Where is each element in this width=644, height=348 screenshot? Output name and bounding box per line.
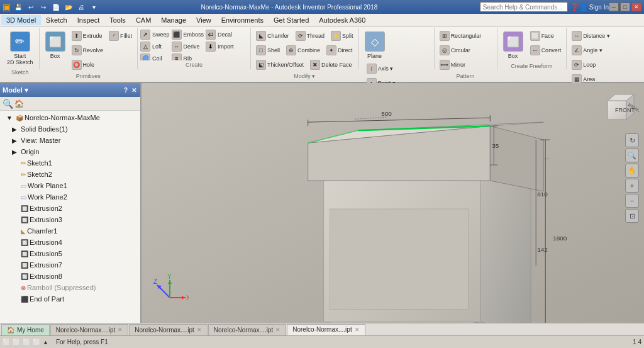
- tab1-close-icon[interactable]: ✕: [118, 327, 123, 333]
- view-cube[interactable]: FRONT RIGHT: [601, 88, 639, 126]
- panel-question-icon[interactable]: ?: [123, 87, 129, 94]
- help-icon[interactable]: ❓: [570, 3, 579, 11]
- revolve-button[interactable]: ↻ Revolve: [69, 43, 106, 57]
- ribbon-group-workfeatures: ◇ Plane ↕ Axis ▾ • Point ▾ ⊞ UCS: [359, 28, 435, 69]
- tab-4[interactable]: Norelco-Normax....ipt ✕: [287, 324, 365, 335]
- thread-button[interactable]: ⟳ Thread: [293, 29, 328, 43]
- tree-item-extrusion3[interactable]: 🔲 Extrusion3: [0, 214, 140, 225]
- tree-item-workplane1[interactable]: ▭ Work Plane1: [0, 180, 140, 191]
- angle-button[interactable]: ∠ Angle ▾: [569, 43, 613, 57]
- rectangular-button[interactable]: ⊞ Rectangular: [437, 29, 484, 43]
- tab-home[interactable]: 🏠 My Home: [1, 324, 50, 335]
- fillet-button[interactable]: ◜ Fillet: [106, 29, 135, 43]
- tree-item-root[interactable]: ▼ 📦 Norelco-Normax-MaxMe: [0, 112, 140, 123]
- qat-save[interactable]: 💾: [13, 2, 23, 12]
- tree-item-origin[interactable]: ▶ Origin: [0, 146, 140, 157]
- zoom-out-button[interactable]: −: [625, 194, 639, 208]
- menu-sketch[interactable]: Sketch: [41, 15, 72, 25]
- direct-button[interactable]: ✦ Direct: [324, 43, 355, 57]
- tree-ch1-label: Chamfer1: [27, 227, 57, 235]
- face-button[interactable]: ⬜ Face: [528, 29, 564, 43]
- signin-button[interactable]: Sign In: [589, 4, 609, 11]
- plane-button[interactable]: ◇ Plane: [362, 29, 388, 62]
- menu-getstarted[interactable]: Get Started: [269, 15, 314, 25]
- combine-button[interactable]: ⊕ Combine: [284, 43, 323, 57]
- minimize-button[interactable]: ─: [609, 3, 619, 11]
- status-arrow[interactable]: ▲: [43, 339, 48, 345]
- tree-item-extrusion8[interactable]: 🔲 Extrusion8: [0, 271, 140, 282]
- ribbon-group-sketch: ✏ Start2D Sketch Sketch: [1, 28, 40, 69]
- menu-view[interactable]: View: [191, 15, 216, 25]
- qat-redo[interactable]: ↪: [38, 2, 48, 12]
- loop-button[interactable]: ⟳ Loop: [569, 58, 613, 72]
- tree-item-extrusion7[interactable]: 🔲 Extrusion7: [0, 259, 140, 271]
- tree-item-solid-bodies[interactable]: ▶ Solid Bodies(1): [0, 123, 140, 135]
- tree-item-ramboll[interactable]: ⊗ Ramboll (Suppressed): [0, 282, 140, 293]
- delete-face-button[interactable]: ✖ Delete Face: [308, 58, 355, 72]
- close-button[interactable]: ✕: [631, 3, 641, 11]
- primitives-group-label: Primitives: [42, 72, 135, 79]
- tree-item-extrusion2[interactable]: 🔲 Extrusion2: [0, 203, 140, 214]
- revolve-icon: ↻: [72, 45, 82, 55]
- menu-tools[interactable]: Tools: [104, 15, 131, 25]
- zoom-in-button[interactable]: +: [625, 179, 639, 193]
- menu-manage[interactable]: Manage: [156, 15, 191, 25]
- menu-cam[interactable]: CAM: [131, 15, 156, 25]
- tree-filter-icon[interactable]: 🔍: [3, 99, 13, 109]
- extrude-button[interactable]: ⬆ Extrude: [69, 29, 106, 43]
- tree-item-workplane2[interactable]: ▭ Work Plane2: [0, 191, 140, 203]
- tree-rb-icon: ⊗: [21, 284, 26, 291]
- tab-2[interactable]: Norelco-Normax....ipt ✕: [129, 324, 207, 335]
- menu-environments[interactable]: Environments: [216, 15, 269, 25]
- qat-print[interactable]: 🖨: [76, 2, 86, 12]
- mirror-button[interactable]: ⟺ Mirror: [437, 58, 484, 72]
- tab4-close-icon[interactable]: ✕: [355, 327, 360, 333]
- qat-undo[interactable]: ↩: [26, 2, 36, 12]
- zoom-button[interactable]: 🔍: [625, 149, 639, 162]
- qat-more[interactable]: ▾: [89, 2, 99, 12]
- qat-new[interactable]: 📄: [51, 2, 61, 12]
- distance-button[interactable]: ↔ Distance ▾: [569, 29, 613, 43]
- tree-home-icon[interactable]: 🏠: [14, 99, 24, 108]
- maximize-button[interactable]: □: [620, 3, 630, 11]
- box-button[interactable]: ⬜ Box: [42, 29, 69, 62]
- orbit-button[interactable]: ↻: [625, 133, 639, 147]
- tree-item-sketch2[interactable]: ✏ Sketch2: [0, 169, 140, 180]
- convert-button[interactable]: ↔ Convert: [528, 43, 564, 57]
- shell-button[interactable]: □ Shell: [253, 43, 282, 57]
- menu-3dmodel[interactable]: 3D Model: [1, 15, 41, 25]
- thicken-offset-button[interactable]: ⬕ Thicken/Offset: [253, 58, 306, 72]
- split-button[interactable]: ⚡ Split: [328, 29, 356, 43]
- status-icon3[interactable]: ⬜: [23, 339, 30, 345]
- menu-inspect[interactable]: Inspect: [72, 15, 104, 25]
- tree-item-extrusion4[interactable]: 🔲 Extrusion4: [0, 237, 140, 248]
- rib-icon: ≡: [172, 53, 182, 60]
- freeform-box-button[interactable]: ⬜ Box: [500, 29, 526, 62]
- tree-item-chamfer1[interactable]: ◣ Chamfer1: [0, 225, 140, 237]
- viewport[interactable]: 500 1800 810 142 35: [142, 83, 644, 323]
- start-2d-sketch-button[interactable]: ✏ Start2D Sketch: [4, 29, 36, 68]
- tab3-close-icon[interactable]: ✕: [275, 327, 280, 333]
- tab2-close-icon[interactable]: ✕: [197, 327, 202, 333]
- circular-button[interactable]: ◎ Circular: [437, 43, 484, 57]
- qat-open[interactable]: 📂: [64, 2, 74, 12]
- hole-button[interactable]: ⭕ Hole: [69, 58, 106, 72]
- search-input[interactable]: [480, 2, 568, 12]
- svg-text:1800: 1800: [553, 235, 567, 242]
- tree-item-end-of-part[interactable]: ⬛ End of Part: [0, 293, 140, 305]
- axis-button[interactable]: ↕ Axis ▾: [364, 62, 398, 76]
- panel-close-icon[interactable]: ✕: [130, 87, 138, 94]
- main-area: Model ▾ ? ✕ 🔍 🏠 ▼ 📦 Norelco-Normax-MaxMe: [0, 83, 644, 323]
- tree-item-extrusion5[interactable]: 🔲 Extrusion5: [0, 248, 140, 259]
- status-icon1[interactable]: ⬜: [3, 339, 10, 345]
- chamfer-button[interactable]: ◣ Chamfer: [253, 29, 292, 43]
- tree-item-sketch1[interactable]: ✏ Sketch1: [0, 157, 140, 169]
- tree-item-view-master[interactable]: ▶ View: Master: [0, 135, 140, 146]
- pan-button[interactable]: ✋: [625, 164, 639, 177]
- status-icon4[interactable]: ⬜: [33, 339, 40, 345]
- tab-1[interactable]: Norelco-Normax....ipt ✕: [50, 324, 128, 335]
- status-icon2[interactable]: ⬜: [13, 339, 20, 345]
- fit-button[interactable]: ⊡: [625, 209, 639, 223]
- tab-3[interactable]: Norelco-Normax....ipt ✕: [208, 324, 286, 335]
- menu-a360[interactable]: Autodesk A360: [314, 15, 370, 25]
